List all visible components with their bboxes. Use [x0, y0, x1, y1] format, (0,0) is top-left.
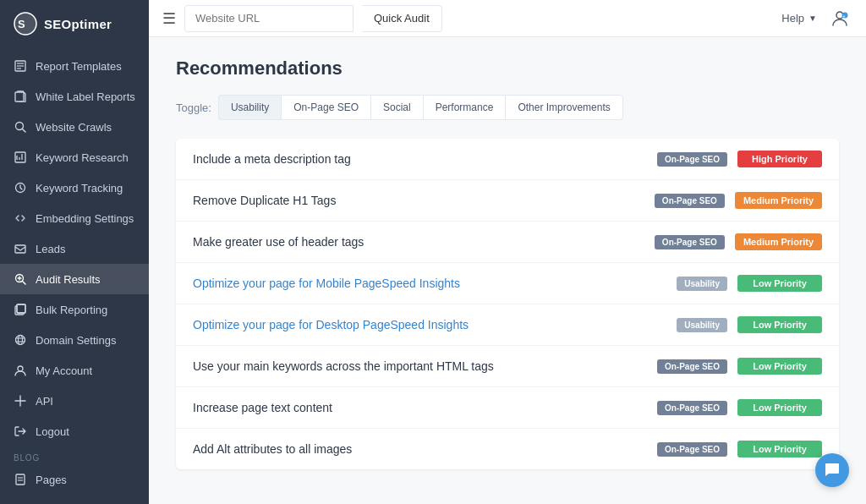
- rec-link-4[interactable]: Optimize your page for Desktop PageSpeed…: [193, 318, 469, 331]
- logout-icon: [14, 425, 27, 438]
- sidebar-item-domain-settings[interactable]: Domain Settings: [0, 325, 149, 355]
- svg-text:+: +: [843, 14, 846, 19]
- sidebar-label-my-account: My Account: [36, 364, 92, 377]
- sidebar-item-my-account[interactable]: My Account: [0, 355, 149, 386]
- sidebar-item-api[interactable]: API: [0, 386, 149, 416]
- main-area: ☰ Quick Audit Help ▼ + Recommendations T…: [149, 0, 866, 504]
- rec-tag-5: On-Page SEO: [657, 359, 727, 374]
- sidebar-item-website-crawls[interactable]: Website Crawls: [0, 112, 149, 142]
- rec-tag-6: On-Page SEO: [657, 401, 727, 415]
- keyword-tracking-icon: [14, 181, 27, 194]
- svg-rect-20: [17, 304, 25, 313]
- table-row: Remove Duplicate H1 Tags On-Page SEO Med…: [176, 180, 839, 222]
- table-row: Make greater use of header tags On-Page …: [176, 222, 839, 263]
- sidebar-item-audit-results[interactable]: Audit Results: [0, 264, 149, 294]
- rec-priority-0: High Priority: [737, 151, 822, 167]
- rec-tag-7: On-Page SEO: [657, 442, 727, 457]
- rec-priority-7: Low Priority: [737, 441, 822, 457]
- sidebar-item-bulk-reporting[interactable]: Bulk Reporting: [0, 294, 149, 325]
- content-area: Recommendations Toggle: UsabilityOn-Page…: [149, 37, 866, 504]
- toggle-tab-onpage-seo[interactable]: On-Page SEO: [281, 95, 370, 120]
- rec-priority-1: Medium Priority: [735, 192, 822, 209]
- table-row: Add Alt attributes to all images On-Page…: [176, 429, 839, 469]
- blog-section-label: Blog: [0, 446, 149, 464]
- rec-priority-5: Low Priority: [737, 358, 822, 375]
- svg-point-22: [16, 336, 25, 345]
- quick-audit-button[interactable]: Quick Audit: [362, 5, 442, 32]
- app-name: SEOptimer: [44, 17, 112, 31]
- api-icon: [14, 394, 27, 408]
- sidebar-label-report-templates: Report Templates: [36, 60, 122, 73]
- sidebar-label-keyword-tracking: Keyword Tracking: [36, 182, 123, 194]
- chat-bubble-button[interactable]: [815, 453, 849, 487]
- recommendations-list: Include a meta description tag On-Page S…: [176, 139, 839, 469]
- logo[interactable]: S SEOptimer: [0, 0, 149, 47]
- topbar: ☰ Quick Audit Help ▼ +: [149, 0, 866, 37]
- sidebar-nav: Report Templates White Label Reports Web…: [0, 47, 149, 504]
- hamburger-button[interactable]: ☰: [162, 9, 176, 28]
- sidebar-item-white-label-reports[interactable]: White Label Reports: [0, 81, 149, 112]
- user-icon: +: [830, 8, 850, 29]
- table-row: Use your main keywords across the import…: [176, 346, 839, 387]
- table-row: Optimize your page for Mobile PageSpeed …: [176, 263, 839, 304]
- white-label-reports-icon: [14, 90, 27, 103]
- table-row: Increase page text content On-Page SEO L…: [176, 387, 839, 429]
- rec-priority-4: Low Priority: [737, 316, 822, 333]
- rec-tag-4: Usability: [677, 318, 727, 332]
- rec-title-1: Remove Duplicate H1 Tags: [193, 194, 644, 207]
- leads-icon: [14, 242, 27, 255]
- help-button[interactable]: Help ▼: [781, 12, 817, 25]
- sidebar-item-logout[interactable]: Logout: [0, 416, 149, 446]
- toggle-tab-other-improvements[interactable]: Other Improvements: [505, 95, 622, 120]
- audit-results-icon: [14, 272, 27, 286]
- website-crawls-icon: [14, 120, 27, 134]
- rec-link-3[interactable]: Optimize your page for Mobile PageSpeed …: [193, 277, 460, 290]
- user-icon-button[interactable]: +: [827, 6, 852, 31]
- svg-point-23: [19, 336, 23, 345]
- topbar-right: Help ▼ +: [781, 6, 852, 31]
- help-label: Help: [781, 12, 804, 25]
- sidebar-label-logout: Logout: [36, 425, 69, 438]
- sidebar-item-keyword-research[interactable]: Keyword Research: [0, 142, 149, 173]
- rec-priority-6: Low Priority: [737, 399, 822, 416]
- toggle-row: Toggle: UsabilityOn-Page SEOSocialPerfor…: [176, 95, 839, 120]
- rec-priority-2: Medium Priority: [735, 233, 822, 250]
- rec-title-3: Optimize your page for Mobile PageSpeed …: [193, 277, 666, 290]
- sidebar-label-website-crawls: Website Crawls: [36, 121, 112, 134]
- sidebar-item-pages[interactable]: Pages: [0, 464, 149, 495]
- svg-text:S: S: [18, 18, 25, 30]
- svg-point-26: [18, 366, 23, 371]
- sidebar: S SEOptimer Report Templates White Label…: [0, 0, 149, 504]
- sidebar-item-embedding-settings[interactable]: Embedding Settings: [0, 203, 149, 233]
- rec-title-2: Make greater use of header tags: [193, 235, 644, 249]
- sidebar-label-api: API: [36, 395, 53, 408]
- svg-rect-27: [16, 474, 25, 485]
- toggle-tab-performance[interactable]: Performance: [423, 95, 506, 120]
- toggle-tab-usability[interactable]: Usability: [218, 95, 281, 120]
- toggle-label: Toggle:: [176, 101, 211, 114]
- sidebar-label-embedding-settings: Embedding Settings: [36, 212, 134, 225]
- rec-priority-3: Low Priority: [737, 275, 822, 292]
- rec-title-4: Optimize your page for Desktop PageSpeed…: [193, 318, 666, 331]
- keyword-research-icon: [14, 151, 27, 164]
- pages-icon: [14, 473, 27, 486]
- embedding-settings-icon: [14, 211, 27, 225]
- table-row: Include a meta description tag On-Page S…: [176, 139, 839, 180]
- url-input[interactable]: [184, 5, 354, 32]
- table-row: Optimize your page for Desktop PageSpeed…: [176, 304, 839, 346]
- page-title: Recommendations: [176, 58, 839, 79]
- sidebar-label-white-label-reports: White Label Reports: [36, 90, 135, 103]
- rec-title-0: Include a meta description tag: [193, 152, 647, 166]
- rec-tag-0: On-Page SEO: [657, 152, 727, 167]
- rec-tag-1: On-Page SEO: [655, 194, 725, 208]
- sidebar-item-leads[interactable]: Leads: [0, 233, 149, 264]
- sidebar-item-report-templates[interactable]: Report Templates: [0, 51, 149, 81]
- svg-rect-14: [15, 245, 25, 253]
- rec-title-5: Use your main keywords across the import…: [193, 359, 647, 373]
- sidebar-item-keyword-tracking[interactable]: Keyword Tracking: [0, 173, 149, 203]
- toggle-tab-social[interactable]: Social: [370, 95, 423, 120]
- rec-title-6: Increase page text content: [193, 401, 647, 414]
- svg-line-16: [23, 282, 26, 285]
- rec-title-7: Add Alt attributes to all images: [193, 442, 647, 456]
- my-account-icon: [14, 364, 27, 377]
